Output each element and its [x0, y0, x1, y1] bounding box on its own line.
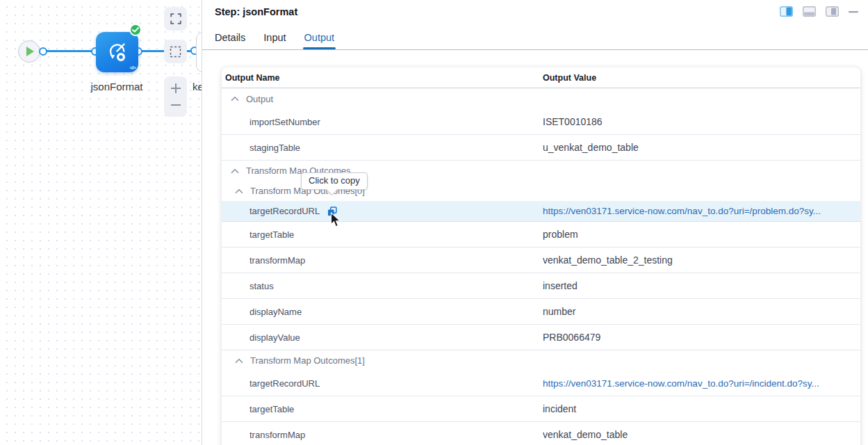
output-value: ISET0010186: [543, 116, 860, 127]
table-row[interactable]: transformMap venkat_demo_table: [222, 422, 860, 445]
collapse-chevron-icon[interactable]: [235, 188, 243, 194]
layout-right-panel-icon[interactable]: [826, 6, 839, 17]
json-transform-icon: [106, 40, 129, 64]
mouse-cursor-icon: [330, 212, 343, 232]
column-header-output-name: Output Name: [222, 73, 543, 83]
next-node-label: ke: [193, 81, 202, 92]
zoom-in-icon[interactable]: [170, 82, 182, 95]
output-value: u_venkat_demo_table: [543, 142, 860, 153]
marquee-select-button[interactable]: [164, 40, 187, 63]
table-row[interactable]: targetTable problem: [222, 222, 860, 248]
table-row[interactable]: transformMap venkat_demo_table_2_testing: [222, 248, 860, 273]
next-node-partial[interactable]: [196, 32, 202, 72]
output-name: displayValue: [222, 332, 543, 343]
output-value: incident: [543, 403, 860, 414]
panel-title: Step: jsonFormat: [215, 6, 297, 17]
table-row-highlighted[interactable]: targetRecordURL https://ven03171.service…: [222, 201, 860, 222]
output-name: transformMap: [222, 255, 543, 266]
panel-window-controls: [780, 6, 858, 17]
output-value: inserted: [543, 280, 860, 291]
node-label: jsonFormat: [76, 81, 157, 92]
tab-details[interactable]: Details: [215, 32, 245, 49]
tab-output[interactable]: Output: [304, 32, 335, 49]
output-name: targetTable: [222, 404, 543, 414]
step-detail-panel: Step: jsonFormat: [202, 0, 868, 445]
output-table-card: Output Name Output Value Output importSe…: [222, 67, 860, 445]
table-header-row: Output Name Output Value: [222, 67, 860, 88]
copy-tooltip-text: Click to copy: [309, 175, 360, 186]
play-icon: [26, 47, 34, 56]
table-row[interactable]: targetTable incident: [222, 396, 860, 422]
edge-start-to-node: [40, 50, 99, 52]
collapse-chevron-icon[interactable]: [231, 96, 239, 102]
output-value-link[interactable]: https://ven03171.service-now.com/nav_to.…: [543, 206, 860, 216]
fullscreen-icon: [170, 13, 181, 24]
code-icon: </>: [129, 65, 136, 71]
column-header-output-value: Output Value: [543, 73, 860, 83]
zoom-control: [164, 76, 187, 117]
flow-designer-app: </> jsonFormat ke: [0, 0, 868, 445]
marquee-select-icon: [170, 46, 181, 58]
zoom-out-icon[interactable]: [170, 99, 182, 111]
minimize-icon[interactable]: [849, 10, 858, 13]
flow-start-node[interactable]: [18, 40, 40, 63]
output-value: PRB0066479: [543, 332, 860, 343]
output-value: venkat_demo_table: [543, 429, 860, 440]
output-value-link[interactable]: https://ven03171.service-now.com/nav_to.…: [543, 378, 860, 389]
fullscreen-button[interactable]: [164, 7, 187, 31]
check-icon: [129, 24, 142, 36]
panel-tabs: Details Input Output: [215, 32, 334, 49]
table-row[interactable]: displayName number: [222, 299, 860, 325]
table-row[interactable]: targetRecordURL https://ven03171.service…: [222, 371, 860, 396]
canvas-toolbar: [164, 7, 187, 117]
collapse-chevron-icon[interactable]: [235, 358, 243, 364]
json-format-node[interactable]: </>: [96, 32, 138, 72]
tabs-divider: [202, 49, 868, 50]
flow-canvas[interactable]: </> jsonFormat ke: [0, 0, 202, 445]
collapse-chevron-icon[interactable]: [231, 168, 239, 174]
output-name: stagingTable: [222, 143, 543, 153]
table-row[interactable]: status inserted: [222, 273, 860, 299]
group-row-transform-map-outcomes-1: Transform Map Outcomes[1]: [222, 350, 860, 371]
table-row[interactable]: stagingTable u_venkat_demo_table: [222, 135, 860, 161]
output-name: targetTable: [222, 229, 543, 240]
copy-tooltip: Click to copy: [301, 172, 368, 190]
tab-input[interactable]: Input: [263, 32, 286, 49]
start-node-output-port: [39, 47, 47, 56]
output-value: venkat_demo_table_2_testing: [543, 254, 860, 266]
output-name: displayName: [222, 307, 543, 317]
output-name: targetRecordURL: [222, 206, 543, 216]
output-value: number: [543, 306, 860, 317]
output-name: importSetNumber: [222, 117, 543, 127]
layout-split-view-icon[interactable]: [780, 6, 793, 17]
layout-bottom-panel-icon[interactable]: [803, 6, 816, 17]
table-row[interactable]: displayValue PRB0066479: [222, 325, 860, 350]
group-label: Output: [246, 94, 273, 104]
output-value: problem: [543, 229, 860, 240]
output-name: status: [222, 281, 543, 291]
output-name: targetRecordURL: [222, 378, 543, 389]
group-label: Transform Map Outcomes[1]: [250, 355, 365, 366]
group-row-output: Output: [222, 88, 860, 109]
table-row[interactable]: importSetNumber ISET0010186: [222, 109, 860, 135]
output-name: transformMap: [222, 430, 543, 440]
